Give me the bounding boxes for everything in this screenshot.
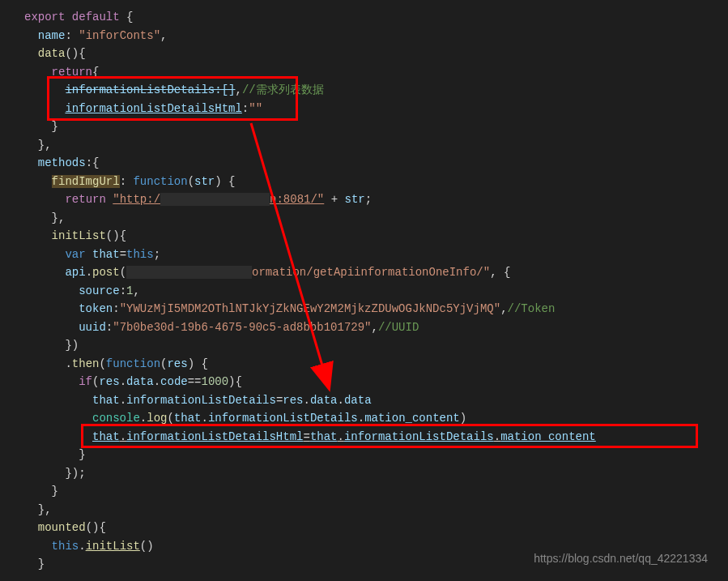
code-line: initList(){ bbox=[24, 227, 728, 246]
code-line: }, bbox=[24, 501, 728, 519]
code-line: token:"YWUzMjI5MDM2OThlNTJkYjZkNGEwY2M2M… bbox=[24, 300, 728, 318]
code-line: } bbox=[24, 446, 728, 464]
code-line: informationListDetailsHtml:"" bbox=[24, 100, 728, 118]
code-line: source:1, bbox=[24, 282, 728, 301]
code-line: .then(function(res) { bbox=[24, 355, 728, 374]
code-line: findImgUrl: function(str) { bbox=[24, 173, 728, 191]
code-editor[interactable]: export default { name: "inforConts", dat… bbox=[24, 8, 728, 574]
code-line: api.post(ormation/getApiinformationOneIn… bbox=[24, 263, 728, 282]
code-line: informationListDetails:[],//需求列表数据 bbox=[24, 81, 728, 100]
code-line: data(){ bbox=[24, 45, 728, 63]
code-line: that.informationListDetailsHtml=that.inf… bbox=[24, 428, 728, 446]
code-line: that.informationListDetails=res.data.dat… bbox=[24, 391, 728, 410]
code-line: }); bbox=[24, 464, 728, 483]
code-line: uuid:"7b0be30d-19b6-4675-90c5-ad8bbb1017… bbox=[24, 318, 728, 337]
code-line: }, bbox=[24, 209, 728, 228]
code-line: var that=this; bbox=[24, 246, 728, 264]
code-line: } bbox=[24, 482, 728, 501]
code-line: return "http:/n:8081/" + str; bbox=[24, 190, 728, 209]
code-line: methods:{ bbox=[24, 154, 728, 173]
code-line: }) bbox=[24, 336, 728, 355]
code-line: if(res.data.code==1000){ bbox=[24, 373, 728, 391]
code-line: } bbox=[24, 117, 728, 136]
watermark: https://blog.csdn.net/qq_42221334 bbox=[534, 552, 708, 565]
code-line: console.log(that.informationListDetails.… bbox=[24, 409, 728, 428]
code-line: export default { bbox=[24, 8, 728, 27]
code-line: }, bbox=[24, 136, 728, 155]
code-line: mounted(){ bbox=[24, 519, 728, 537]
code-line: return{ bbox=[24, 63, 728, 82]
code-line: name: "inforConts", bbox=[24, 27, 728, 45]
